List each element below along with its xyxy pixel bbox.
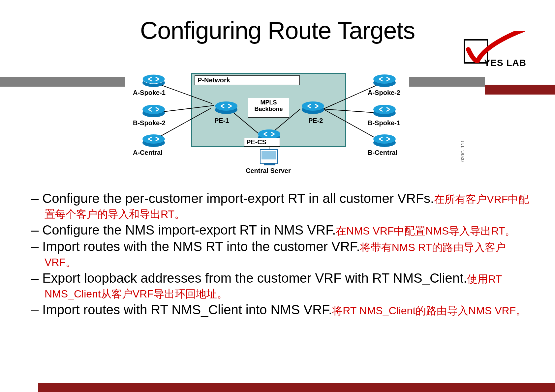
mpls-label: MPLS Backbone — [254, 99, 283, 112]
label-b-central: B-Central — [368, 149, 397, 156]
bullet-3-en: Import routes with the NMS RT into the c… — [42, 239, 360, 254]
svg-point-5 — [142, 105, 165, 114]
label-pe-1: PE-1 — [214, 117, 229, 125]
label-a-spoke-2: A-Spoke-2 — [368, 89, 400, 97]
yeslab-logo: YES LAB — [458, 31, 527, 77]
p-network-label: P-Network — [195, 75, 300, 85]
label-a-central: A-Central — [133, 149, 163, 156]
router-pe-1 — [214, 100, 238, 115]
logo-text: YES LAB — [484, 58, 526, 68]
bullet-4: Export loopback addresses from the custo… — [26, 271, 531, 300]
bullet-2-en: Configure the NMS import-export RT in NM… — [42, 223, 336, 237]
svg-point-17 — [302, 101, 324, 111]
bullet-1: Configure the per-customer import-export… — [26, 191, 531, 221]
bar-gray-right — [409, 77, 485, 87]
svg-point-15 — [215, 101, 237, 111]
router-a-central — [142, 133, 166, 148]
label-b-spoke-2: B-Spoke-2 — [133, 119, 166, 127]
bullet-5-cn: 将RT NMS_Client的路由导入NMS VRF。 — [332, 305, 526, 317]
network-diagram: P-Network MPLS Backbone A-Spoke-1 B-Spok… — [130, 71, 407, 189]
svg-point-13 — [373, 134, 396, 144]
mpls-backbone-box: MPLS Backbone — [248, 98, 289, 118]
bar-gray-left — [0, 77, 125, 87]
router-a-spoke-2 — [373, 73, 396, 88]
bullet-1-en: Configure the per-customer import-export… — [42, 191, 434, 206]
svg-point-7 — [142, 134, 165, 144]
bullet-4-en: Export loopback addresses from the custo… — [42, 271, 467, 285]
bullet-5: Import routes with RT NMS_Client into NM… — [26, 302, 531, 317]
svg-point-19 — [258, 129, 280, 139]
bar-maroon-right — [485, 85, 555, 95]
router-b-central — [373, 133, 396, 148]
image-code: 020G_111 — [460, 140, 465, 161]
server-icon — [260, 149, 278, 164]
svg-point-9 — [373, 74, 396, 84]
bullet-list: Configure the per-customer import-export… — [26, 191, 531, 319]
label-pe-cs: PE-CS — [244, 138, 280, 147]
label-pe-2: PE-2 — [308, 117, 323, 125]
bullet-5-en: Import routes with RT NMS_Client into NM… — [42, 302, 332, 317]
label-a-spoke-1: A-Spoke-1 — [133, 89, 166, 97]
label-central-server: Central Server — [246, 167, 291, 175]
slide-container: Configuring Route Targets YES LAB P-Netw… — [0, 0, 555, 392]
bullet-2-cn: 在NMS VRF中配置NMS导入导出RT。 — [336, 225, 515, 237]
router-b-spoke-1 — [373, 104, 396, 118]
label-b-spoke-1: B-Spoke-1 — [368, 119, 400, 127]
router-pe-2 — [301, 100, 325, 115]
router-a-spoke-1 — [142, 73, 166, 88]
svg-point-11 — [373, 105, 396, 114]
bullet-2: Configure the NMS import-export RT in NM… — [26, 223, 531, 238]
bullet-3: Import routes with the NMS RT into the c… — [26, 239, 531, 269]
router-b-spoke-2 — [142, 104, 166, 118]
footer-bar — [38, 383, 555, 392]
